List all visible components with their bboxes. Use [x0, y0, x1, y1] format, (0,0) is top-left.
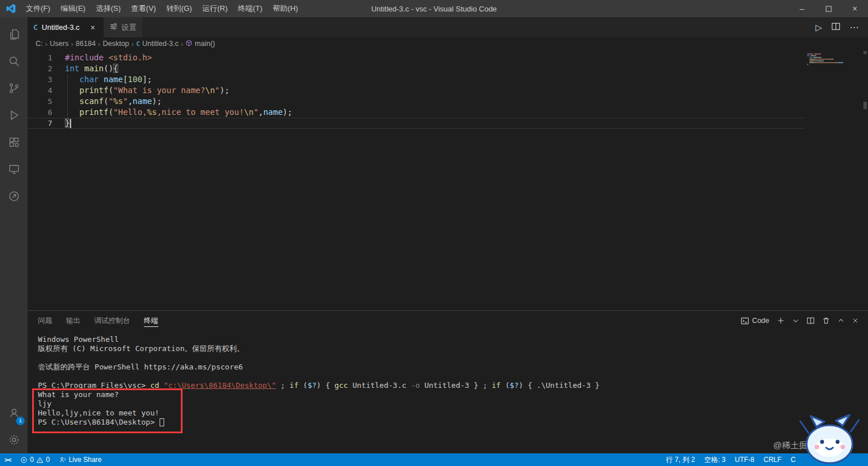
line-number: 4 — [28, 85, 52, 96]
menu-item-5[interactable]: 运行(R) — [197, 0, 232, 17]
code-line-3[interactable]: 3 char name[100]; — [28, 74, 805, 85]
breadcrumb-separator-icon: › — [181, 40, 183, 48]
close-panel-icon[interactable] — [852, 317, 859, 324]
warning-count: 0 — [46, 456, 50, 464]
tab-1[interactable]: 设置 — [104, 17, 143, 37]
breadcrumb-item-3[interactable]: Desktop — [103, 40, 129, 48]
minimap[interactable] — [807, 53, 859, 66]
more-actions-icon[interactable]: ⋯ — [850, 22, 859, 33]
minimap-line — [807, 55, 859, 56]
status-item-1[interactable]: 空格: 3 — [700, 453, 730, 466]
line-number: 3 — [28, 74, 52, 85]
panel-tab-0[interactable]: 问题 — [38, 311, 52, 330]
breadcrumb-separator-icon: › — [98, 40, 100, 48]
symbol-method-icon-wrap — [185, 40, 192, 48]
settings-icon-wrap — [110, 22, 118, 32]
tab-label: Untitled-3.c — [42, 23, 80, 32]
breadcrumb-item-5[interactable]: main() — [185, 40, 215, 48]
menu-item-6[interactable]: 终端(T) — [232, 0, 268, 17]
minimap-line — [807, 60, 859, 61]
minimize-icon[interactable]: – — [789, 0, 815, 17]
overview-ruler-mark — [863, 102, 867, 109]
panel-tab-1[interactable]: 输出 — [66, 311, 80, 330]
close-window-icon[interactable]: × — [842, 0, 868, 17]
warnings-icon — [36, 456, 44, 464]
code-line-1[interactable]: 1#include <stdio.h> — [28, 52, 805, 63]
menu-item-4[interactable]: 转到(G) — [161, 0, 197, 17]
terminal-dropdown-icon[interactable] — [792, 317, 799, 324]
problems-status[interactable]: 0 0 — [16, 453, 54, 466]
terminal-line: 版权所有 (C) Microsoft Corporation。保留所有权利。 — [38, 344, 868, 353]
explorer-icon[interactable] — [0, 21, 28, 48]
split-editor-icon[interactable] — [831, 22, 840, 33]
run-and-debug-icon[interactable] — [0, 102, 28, 129]
panel: 问题输出调试控制台终端 Code — [28, 310, 868, 453]
window-controls: – × — [789, 0, 868, 17]
tab-label: 设置 — [122, 22, 137, 33]
new-terminal-icon[interactable] — [777, 317, 785, 325]
kill-terminal-icon[interactable] — [822, 317, 830, 325]
source-control-icon[interactable] — [0, 75, 28, 102]
live-share-button[interactable]: Live Share — [55, 453, 106, 466]
remote-indicator-icon[interactable]: >< — [0, 453, 16, 466]
mascot-image — [793, 414, 866, 465]
breadcrumb: C:›Users›86184›Desktop›CUntitled-3.c›mai… — [28, 37, 868, 50]
maximize-icon[interactable] — [815, 0, 842, 17]
split-terminal-icon[interactable] — [807, 317, 815, 325]
code-line-5[interactable]: 5 scanf("%s",name); — [28, 96, 805, 107]
window-title: Untitled-3.c - vsc - Visual Studio Code — [371, 5, 497, 13]
breadcrumb-item-0[interactable]: C: — [36, 40, 43, 48]
editor[interactable]: 1#include <stdio.h>2int main(){3 char na… — [28, 50, 868, 310]
line-number: 2 — [28, 63, 52, 74]
code-line-6[interactable]: 6 printf("Hello,%s,nice to meet you!\n",… — [28, 107, 805, 118]
code-line-4[interactable]: 4 printf("What is your name?\n"); — [28, 85, 805, 96]
errors-icon — [20, 456, 28, 464]
line-number: 7 — [28, 118, 52, 129]
breadcrumb-item-1[interactable]: Users — [50, 40, 69, 48]
live-share-status-icon — [59, 456, 67, 464]
terminal-line: What is your name? — [38, 390, 868, 399]
account-badge: 1 — [16, 417, 25, 425]
code-line-2[interactable]: 2int main(){ — [28, 63, 805, 74]
breadcrumb-label: C: — [36, 40, 43, 48]
breadcrumb-item-4[interactable]: CUntitled-3.c — [136, 40, 179, 48]
terminal-line: ljy — [38, 399, 868, 409]
breadcrumb-label: main() — [195, 40, 215, 48]
panel-toolbar: Code — [741, 317, 859, 325]
breadcrumb-item-2[interactable]: 86184 — [76, 40, 96, 48]
panel-tab-3[interactable]: 终端 — [144, 311, 158, 330]
code-area[interactable]: 1#include <stdio.h>2int main(){3 char na… — [28, 52, 805, 129]
maximize-panel-icon[interactable] — [838, 317, 844, 324]
accounts-icon[interactable]: 1 — [0, 399, 28, 426]
terminal-line: Hello,ljy,nice to meet you! — [38, 409, 868, 418]
terminal-line: 尝试新的跨平台 PowerShell https://aka.ms/pscore… — [38, 363, 868, 372]
minimap-line — [807, 64, 859, 65]
search-icon[interactable] — [0, 48, 28, 75]
terminal-output[interactable]: Windows PowerShell版权所有 (C) Microsoft Cor… — [28, 330, 868, 453]
status-item-2[interactable]: UTF-8 — [730, 453, 759, 466]
close-tab-icon[interactable]: × — [88, 23, 98, 32]
title-bar: 文件(F)编辑(E)选择(S)查看(V)转到(G)运行(R)终端(T)帮助(H)… — [0, 0, 868, 17]
menu-item-2[interactable]: 选择(S) — [91, 0, 126, 17]
terminal-profile-button[interactable]: Code — [741, 317, 769, 325]
code-line-7[interactable]: 7} — [28, 118, 805, 129]
live-share-icon[interactable] — [0, 183, 28, 210]
panel-tab-2[interactable]: 调试控制台 — [94, 311, 130, 330]
menu-item-3[interactable]: 查看(V) — [126, 0, 161, 17]
breadcrumb-separator-icon: › — [71, 40, 73, 48]
menu-bar: 文件(F)编辑(E)选择(S)查看(V)转到(G)运行(R)终端(T)帮助(H) — [21, 0, 303, 17]
breadcrumb-separator-icon: › — [131, 40, 134, 48]
status-item-0[interactable]: 行 7, 列 2 — [661, 453, 700, 466]
breadcrumb-separator-icon: › — [45, 40, 48, 48]
settings-gear-icon[interactable] — [0, 426, 28, 453]
menu-item-0[interactable]: 文件(F) — [21, 0, 56, 17]
status-item-3[interactable]: CRLF — [759, 453, 786, 466]
terminal-profile-label: Code — [752, 317, 769, 325]
menu-item-1[interactable]: 编辑(E) — [56, 0, 91, 17]
terminal-line: Windows PowerShell — [38, 335, 868, 344]
tab-0[interactable]: CUntitled-3.c× — [28, 17, 104, 37]
remote-explorer-icon[interactable] — [0, 156, 28, 183]
menu-item-7[interactable]: 帮助(H) — [268, 0, 303, 17]
run-code-icon[interactable]: ▷ — [815, 22, 822, 33]
extensions-icon[interactable] — [0, 129, 28, 156]
